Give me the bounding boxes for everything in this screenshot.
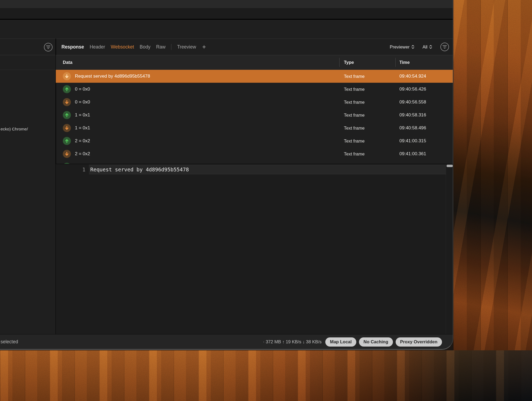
frame-time: 09:40:54.924 xyxy=(399,70,426,83)
table-row[interactable]: 1 = 0x1 Text frame 09:40:58.496 xyxy=(56,122,453,134)
frame-time: 09:40:58.316 xyxy=(399,109,426,122)
tab-raw[interactable]: Raw xyxy=(156,44,165,50)
proxy-overridden-badge[interactable]: Proxy Overridden xyxy=(396,337,442,347)
table-row[interactable]: 0 = 0x0 Text frame 09:40:56.558 xyxy=(56,96,453,109)
status-bar: selected · 372 MB ↑ 19 KB/s ↓ 38 KB/s Ma… xyxy=(0,334,453,349)
add-tab-button[interactable]: + xyxy=(202,43,206,51)
desktop-wallpaper-bottom xyxy=(0,350,532,401)
scrollbar-track[interactable] xyxy=(446,164,446,334)
frame-data: 0 = 0x0 xyxy=(75,83,90,96)
tabs-group: Response Header Websocket Body Raw Treev… xyxy=(61,43,206,51)
column-header-type[interactable]: Type xyxy=(344,55,354,70)
divider xyxy=(0,19,453,20)
table-row[interactable]: 2 = 0x2 Text frame 09:41:00.361 xyxy=(56,147,453,160)
arrow-down-icon xyxy=(63,124,71,132)
frame-type: Text frame xyxy=(344,134,365,147)
arrow-down-icon xyxy=(63,72,71,80)
arrow-down-icon xyxy=(63,150,71,158)
tab-treeview[interactable]: Treeview xyxy=(177,44,196,50)
selection-count-text: selected xyxy=(1,334,18,349)
arrow-down-icon xyxy=(63,98,71,106)
table-row[interactable]: 1 = 0x1 Text frame 09:40:58.316 xyxy=(56,109,453,122)
traffic-stats-text: · 372 MB ↑ 19 KB/s ↓ 38 KB/s xyxy=(263,339,322,344)
frame-type: Text frame xyxy=(344,70,365,83)
desktop-wallpaper-right xyxy=(453,0,532,401)
arrow-up-icon xyxy=(63,111,71,119)
frame-time: 09:40:56.558 xyxy=(399,96,426,109)
previewer-dropdown-label: Previewer xyxy=(390,44,409,50)
tab-header[interactable]: Header xyxy=(90,44,105,50)
frame-type: Text frame xyxy=(344,122,365,134)
map-local-badge[interactable]: Map Local xyxy=(325,337,356,347)
window-toolbar-strip xyxy=(0,8,453,19)
frame-preview-editor[interactable]: 1 Request served by 4d896d95b55478 xyxy=(56,164,453,334)
line-number: 1 xyxy=(56,165,85,174)
frame-type: Text frame xyxy=(344,109,365,122)
column-header-time[interactable]: Time xyxy=(399,55,410,70)
frame-type: Text frame xyxy=(344,96,365,109)
filter-icon[interactable] xyxy=(44,43,53,51)
no-caching-badge[interactable]: No Caching xyxy=(359,337,393,347)
tab-body[interactable]: Body xyxy=(140,44,150,50)
frame-data: 2 = 0x2 xyxy=(75,134,90,147)
status-bar-right: · 372 MB ↑ 19 KB/s ↓ 38 KB/s Map Local N… xyxy=(263,334,442,349)
table-row[interactable] xyxy=(56,160,453,164)
divider xyxy=(171,44,171,50)
frame-data: 1 = 0x1 xyxy=(75,109,90,122)
table-row[interactable]: 2 = 0x2 Text frame 09:41:00.315 xyxy=(56,134,453,147)
scope-dropdown-label: All xyxy=(423,44,427,50)
table-row[interactable]: 0 = 0x0 Text frame 09:40:56.426 xyxy=(56,83,453,96)
frame-time: 09:40:56.426 xyxy=(399,83,426,96)
frame-type: Text frame xyxy=(344,83,365,96)
screen: ecko) Chrome/ Response Header Websocket … xyxy=(0,0,532,401)
frame-data: 1 = 0x1 xyxy=(75,122,90,134)
window-titlebar-strip xyxy=(0,0,453,8)
column-resize-handle[interactable] xyxy=(339,58,340,67)
column-resize-handle[interactable] xyxy=(395,58,396,67)
arrow-up-icon xyxy=(63,85,71,93)
table-row[interactable]: Request served by 4d896d95b55478 Text fr… xyxy=(56,70,453,83)
frame-type: Text frame xyxy=(344,147,365,160)
scope-dropdown[interactable]: All xyxy=(423,44,432,50)
response-tab-bar: Response Header Websocket Body Raw Treev… xyxy=(56,39,453,55)
arrow-up-icon xyxy=(63,137,71,145)
scrollbar-thumb[interactable] xyxy=(447,165,453,167)
frame-time: 09:41:00.315 xyxy=(399,134,426,147)
websocket-frames-list: Request served by 4d896d95b55478 Text fr… xyxy=(56,70,453,164)
frames-table-header: Data Type Time xyxy=(56,55,453,70)
left-pane-clipped-useragent-text: ecko) Chrome/ xyxy=(1,127,28,132)
chevron-up-down-icon xyxy=(429,44,432,49)
filter-icon[interactable] xyxy=(440,43,449,51)
frame-payload-text: Request served by 4d896d95b55478 xyxy=(90,165,189,174)
previewer-dropdown[interactable]: Previewer xyxy=(390,44,414,50)
tab-response[interactable]: Response xyxy=(61,44,84,50)
frame-time: 09:40:58.496 xyxy=(399,122,426,134)
frame-time: 09:41:00.361 xyxy=(399,147,426,160)
tab-bar-controls: Previewer All xyxy=(390,39,449,55)
column-header-data[interactable]: Data xyxy=(63,55,72,70)
app-window: ecko) Chrome/ Response Header Websocket … xyxy=(0,0,453,350)
chevron-up-down-icon xyxy=(411,44,414,49)
frame-data: 2 = 0x2 xyxy=(75,147,90,160)
tab-websocket[interactable]: Websocket xyxy=(111,44,134,50)
frame-data: 0 = 0x0 xyxy=(75,96,90,109)
frame-data: Request served by 4d896d95b55478 xyxy=(75,70,150,83)
